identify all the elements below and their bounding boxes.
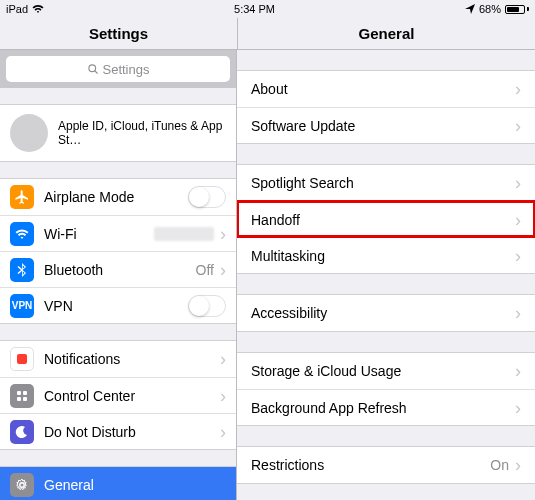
bluetooth-label: Bluetooth [44, 262, 196, 278]
software-update-label: Software Update [251, 118, 515, 134]
detail-item-spotlight[interactable]: Spotlight Search › [237, 165, 535, 201]
chevron-icon: › [220, 350, 226, 368]
chevron-icon: › [515, 362, 521, 380]
restrictions-label: Restrictions [251, 457, 490, 473]
airplane-toggle[interactable] [188, 186, 226, 208]
general-icon [10, 473, 34, 497]
svg-rect-6 [23, 397, 27, 401]
chevron-icon: › [515, 174, 521, 192]
svg-rect-5 [17, 397, 21, 401]
device-label: iPad [6, 3, 28, 15]
search-input[interactable]: Settings [6, 56, 230, 82]
status-time: 5:34 PM [234, 3, 275, 15]
chevron-icon: › [220, 225, 226, 243]
device-group: General AA Display & Brightness › [0, 466, 236, 500]
detail-group-storage: Storage & iCloud Usage › Background App … [237, 352, 535, 426]
appleid-row[interactable]: Apple ID, iCloud, iTunes & App St… [0, 105, 236, 161]
airplane-icon [10, 185, 34, 209]
appleid-label: Apple ID, iCloud, iTunes & App St… [58, 119, 226, 147]
chevron-icon: › [220, 261, 226, 279]
detail-item-software-update[interactable]: Software Update › [237, 107, 535, 143]
wifi-label: Wi-Fi [44, 226, 154, 242]
chevron-icon: › [515, 399, 521, 417]
notifications-label: Notifications [44, 351, 220, 367]
sidebar-item-wifi[interactable]: Wi-Fi › [0, 215, 236, 251]
connectivity-group: Airplane Mode Wi-Fi › Bluetooth [0, 178, 236, 324]
status-left: iPad [6, 3, 44, 15]
battery-pct: 68% [479, 3, 501, 15]
detail-item-handoff[interactable]: Handoff › [237, 201, 535, 237]
background-refresh-label: Background App Refresh [251, 400, 515, 416]
sidebar-item-airplane[interactable]: Airplane Mode [0, 179, 236, 215]
svg-point-0 [88, 65, 95, 72]
detail-pane[interactable]: About › Software Update › Spotlight Sear… [237, 50, 535, 500]
avatar [10, 114, 48, 152]
restrictions-value: On [490, 457, 509, 473]
dnd-icon [10, 420, 34, 444]
detail-item-multitasking[interactable]: Multitasking › [237, 237, 535, 273]
sidebar[interactable]: Settings Apple ID, iCloud, iTunes & App … [0, 50, 237, 500]
spotlight-label: Spotlight Search [251, 175, 515, 191]
multitasking-label: Multitasking [251, 248, 515, 264]
detail-item-background-refresh[interactable]: Background App Refresh › [237, 389, 535, 425]
chevron-icon: › [515, 80, 521, 98]
svg-rect-2 [17, 354, 27, 364]
dnd-label: Do Not Disturb [44, 424, 220, 440]
accessibility-label: Accessibility [251, 305, 515, 321]
status-bar: iPad 5:34 PM 68% [0, 0, 535, 18]
search-placeholder: Settings [103, 62, 150, 77]
alerts-group: Notifications › Control Center › Do Not … [0, 340, 236, 450]
page-title-right: General [237, 18, 535, 49]
sidebar-item-dnd[interactable]: Do Not Disturb › [0, 413, 236, 449]
chevron-icon: › [515, 117, 521, 135]
status-right: 68% [465, 3, 529, 15]
vpn-icon: VPN [10, 294, 34, 318]
page-title-left: Settings [0, 18, 237, 49]
chevron-icon: › [515, 456, 521, 474]
svg-rect-3 [17, 391, 21, 395]
detail-item-about[interactable]: About › [237, 71, 535, 107]
detail-group-spotlight: Spotlight Search › Handoff › Multitaskin… [237, 164, 535, 274]
location-icon [465, 4, 475, 14]
svg-rect-4 [23, 391, 27, 395]
detail-item-storage[interactable]: Storage & iCloud Usage › [237, 353, 535, 389]
chevron-icon: › [515, 211, 521, 229]
vpn-toggle[interactable] [188, 295, 226, 317]
sidebar-item-notifications[interactable]: Notifications › [0, 341, 236, 377]
svg-line-1 [94, 71, 97, 74]
sidebar-item-general[interactable]: General [0, 467, 236, 500]
detail-item-restrictions[interactable]: Restrictions On › [237, 447, 535, 483]
sidebar-item-control-center[interactable]: Control Center › [0, 377, 236, 413]
sidebar-item-vpn[interactable]: VPN VPN [0, 287, 236, 323]
appleid-group: Apple ID, iCloud, iTunes & App St… [0, 104, 236, 162]
svg-point-7 [20, 483, 24, 487]
wifi-icon [32, 4, 44, 14]
detail-group-accessibility: Accessibility › [237, 294, 535, 332]
detail-group-about: About › Software Update › [237, 70, 535, 144]
chevron-icon: › [220, 423, 226, 441]
detail-item-accessibility[interactable]: Accessibility › [237, 295, 535, 331]
wifi-value-blurred [154, 227, 214, 241]
general-label: General [44, 477, 226, 493]
control-center-label: Control Center [44, 388, 220, 404]
vpn-label: VPN [44, 298, 188, 314]
search-icon [87, 63, 99, 75]
about-label: About [251, 81, 515, 97]
detail-group-restrictions: Restrictions On › [237, 446, 535, 484]
airplane-label: Airplane Mode [44, 189, 188, 205]
chevron-icon: › [515, 304, 521, 322]
chevron-icon: › [220, 387, 226, 405]
header: Settings General [0, 18, 535, 50]
notifications-icon [10, 347, 34, 371]
control-center-icon [10, 384, 34, 408]
sidebar-item-bluetooth[interactable]: Bluetooth Off › [0, 251, 236, 287]
chevron-icon: › [515, 247, 521, 265]
battery-icon [505, 5, 529, 14]
bluetooth-value: Off [196, 262, 214, 278]
handoff-label: Handoff [251, 212, 515, 228]
wifi-settings-icon [10, 222, 34, 246]
bluetooth-icon [10, 258, 34, 282]
search-wrap: Settings [0, 50, 236, 88]
storage-label: Storage & iCloud Usage [251, 363, 515, 379]
